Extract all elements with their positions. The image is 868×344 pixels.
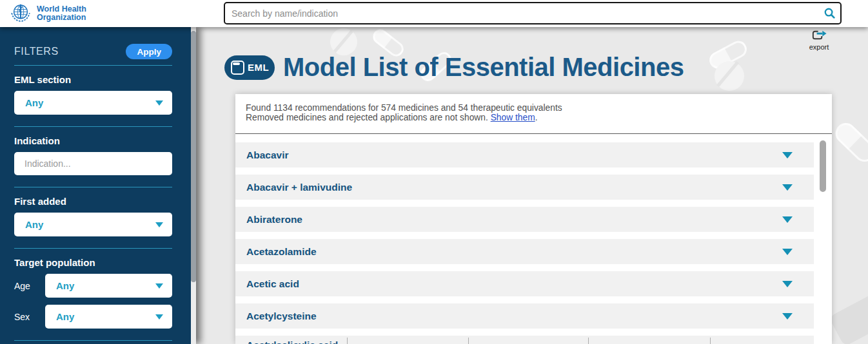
column-divider xyxy=(347,338,348,344)
chevron-down-icon xyxy=(782,184,793,191)
export-button[interactable]: export xyxy=(802,29,836,51)
who-emblem-icon xyxy=(8,1,33,26)
chevron-down-icon xyxy=(155,283,163,289)
divider xyxy=(14,65,172,66)
apply-button[interactable]: Apply xyxy=(126,44,172,59)
chevron-down-icon xyxy=(782,249,793,255)
chevron-down-icon xyxy=(155,100,163,106)
eml-section-label: EML section xyxy=(14,74,172,85)
eml-book-icon xyxy=(231,61,244,75)
chevron-down-icon xyxy=(782,216,793,223)
search-icon[interactable] xyxy=(818,4,840,23)
main-content: export EML Model List of Essential Medic… xyxy=(196,27,868,344)
target-population-label: Target population xyxy=(14,257,172,268)
sex-select[interactable]: Any xyxy=(45,305,172,329)
filters-title: FILTERS xyxy=(14,46,59,57)
search-bar xyxy=(224,2,842,24)
sidebar-scrollbar-thumb[interactable] xyxy=(191,31,196,282)
divider xyxy=(14,248,172,249)
sex-label: Sex xyxy=(14,312,45,322)
column-divider xyxy=(588,338,589,344)
first-added-label: First added xyxy=(14,196,172,207)
medicine-row[interactable]: Abacavir + lamivudine xyxy=(235,175,814,200)
who-eml-page: World Health Organization FILTERS Apply … xyxy=(0,0,868,344)
medicine-row[interactable]: Acetylcysteine xyxy=(235,303,814,329)
medicine-row[interactable]: Abacavir xyxy=(235,142,814,167)
summary-line1: Found 1134 recommendations for 574 medic… xyxy=(246,103,822,113)
list-scrollbar-thumb[interactable] xyxy=(820,140,826,192)
column-divider xyxy=(468,338,469,344)
column-divider xyxy=(710,338,711,344)
who-logo-text: World Health Organization xyxy=(37,5,86,23)
divider xyxy=(14,340,172,341)
medicines-card: Found 1134 recommendations for 574 medic… xyxy=(235,94,832,344)
sidebar-scrollbar[interactable] xyxy=(191,27,196,344)
age-select[interactable]: Any xyxy=(45,274,172,298)
indication-input[interactable] xyxy=(14,152,172,175)
search-input[interactable] xyxy=(225,8,818,19)
medicine-row[interactable]: Acetic acid xyxy=(235,271,814,296)
medicines-list: Abacavir Abacavir + lamivudine Abiratero… xyxy=(235,134,832,344)
medicine-row[interactable]: Acetylsalicylic acid xyxy=(235,336,814,344)
who-logo[interactable]: World Health Organization xyxy=(8,1,86,26)
export-icon xyxy=(811,29,827,41)
page-title: Model List of Essential Medicines xyxy=(283,53,684,82)
indication-label: Indication xyxy=(14,135,172,146)
results-summary: Found 1134 recommendations for 574 medic… xyxy=(235,94,832,122)
show-them-link[interactable]: Show them xyxy=(491,113,535,122)
chevron-down-icon xyxy=(782,281,793,287)
top-header: World Health Organization xyxy=(0,0,868,27)
medicine-row[interactable]: Acetazolamide xyxy=(235,239,814,264)
export-label: export xyxy=(802,43,836,51)
divider xyxy=(14,126,172,127)
chevron-down-icon xyxy=(782,152,793,158)
medicine-row[interactable]: Abiraterone xyxy=(235,207,814,232)
eml-badge: EML xyxy=(224,55,275,80)
summary-line2: Removed medicines and rejected applicati… xyxy=(246,113,822,122)
age-label: Age xyxy=(14,281,45,291)
chevron-down-icon xyxy=(782,313,793,320)
eml-section-select[interactable]: Any xyxy=(14,91,172,115)
first-added-select[interactable]: Any xyxy=(14,213,172,236)
chevron-down-icon xyxy=(155,314,163,320)
filters-sidebar: FILTERS Apply EML section Any Indication… xyxy=(0,27,196,344)
divider xyxy=(14,187,172,187)
chevron-down-icon xyxy=(155,222,163,227)
